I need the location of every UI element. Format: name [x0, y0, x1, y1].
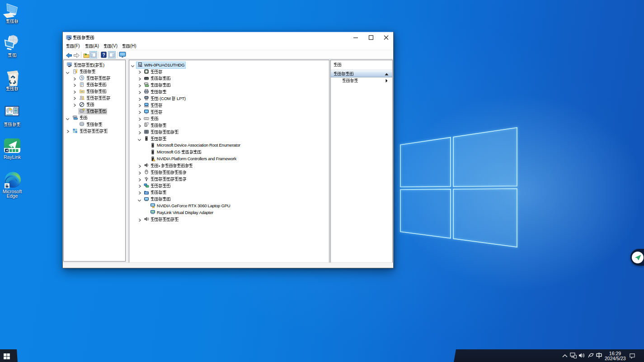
svg-text:?: ?: [102, 52, 105, 57]
svg-text:!: !: [153, 206, 154, 208]
